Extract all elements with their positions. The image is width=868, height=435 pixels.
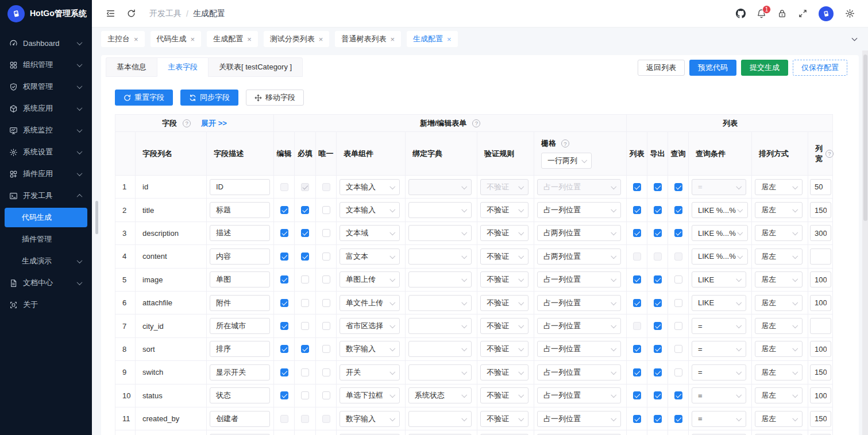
submit-generate-button[interactable]: 提交生成: [741, 60, 788, 76]
validate-select[interactable]: 不验证: [480, 364, 528, 380]
query-cond-select[interactable]: =: [692, 387, 746, 403]
align-select[interactable]: 居左: [755, 295, 803, 311]
dict-select[interactable]: [408, 295, 472, 311]
export-checkbox[interactable]: [654, 206, 662, 214]
grid-select[interactable]: 占一列位置: [537, 271, 621, 288]
field-desc-input[interactable]: [210, 202, 270, 218]
width-input[interactable]: [810, 179, 831, 195]
edit-checkbox[interactable]: [280, 253, 288, 261]
dict-select[interactable]: [408, 225, 472, 241]
edit-checkbox[interactable]: [280, 368, 288, 376]
export-checkbox[interactable]: [654, 275, 662, 283]
edit-checkbox[interactable]: [280, 206, 288, 214]
edit-checkbox[interactable]: [280, 391, 288, 399]
validate-select[interactable]: 不验证: [480, 411, 528, 427]
reset-fields-button[interactable]: 重置字段: [115, 90, 173, 106]
query-checkbox[interactable]: [674, 391, 682, 399]
sidebar-item-org[interactable]: 组织管理: [0, 54, 92, 76]
edit-checkbox[interactable]: [280, 275, 288, 283]
required-checkbox[interactable]: [301, 391, 309, 399]
tab-relation-table[interactable]: 关联表[ testCategory ]: [208, 57, 303, 77]
sidebar-item-dev-tools[interactable]: 开发工具: [0, 185, 92, 207]
list-checkbox[interactable]: [633, 299, 641, 307]
close-icon[interactable]: ×: [319, 35, 323, 44]
lock-icon[interactable]: [777, 9, 787, 19]
dict-select[interactable]: [408, 202, 472, 218]
width-input[interactable]: [810, 364, 831, 380]
page-scrollbar-thumb[interactable]: [863, 55, 867, 221]
notification-bell-icon[interactable]: 1: [756, 9, 766, 19]
page-tab-4[interactable]: 普通树表列表×: [335, 31, 401, 47]
breadcrumb-section[interactable]: 开发工具: [149, 9, 182, 19]
close-icon[interactable]: ×: [390, 35, 395, 44]
query-checkbox[interactable]: [674, 299, 682, 307]
page-tab-3[interactable]: 测试分类列表×: [264, 31, 330, 47]
close-icon[interactable]: ×: [447, 35, 452, 44]
required-checkbox[interactable]: [301, 206, 309, 214]
field-desc-input[interactable]: [210, 248, 270, 265]
tab-main-fields[interactable]: 主表字段: [157, 57, 208, 77]
validate-select[interactable]: 不验证: [480, 202, 528, 218]
align-select[interactable]: 居左: [755, 364, 803, 380]
page-tab-0[interactable]: 主控台×: [101, 31, 145, 47]
field-desc-input[interactable]: [210, 411, 270, 427]
required-checkbox[interactable]: [301, 229, 309, 237]
edit-checkbox[interactable]: [280, 229, 288, 237]
preview-code-button[interactable]: 预览代码: [689, 60, 736, 76]
sidebar-item-doc-center[interactable]: 文档中心: [0, 272, 92, 294]
required-checkbox[interactable]: [301, 322, 309, 330]
export-checkbox[interactable]: [654, 345, 662, 353]
component-select[interactable]: 开关: [340, 364, 400, 380]
required-checkbox[interactable]: [301, 299, 309, 307]
unique-checkbox[interactable]: [322, 275, 330, 283]
component-select[interactable]: 单图上传: [340, 271, 400, 288]
unique-checkbox[interactable]: [322, 368, 330, 376]
sidebar-item-sys-setting[interactable]: 系统设置: [0, 141, 92, 163]
dict-select[interactable]: [408, 248, 472, 265]
query-cond-select[interactable]: LIKE: [692, 271, 746, 288]
field-desc-input[interactable]: [210, 387, 270, 403]
query-cond-select[interactable]: =: [692, 341, 746, 357]
list-checkbox[interactable]: [633, 275, 641, 283]
sidebar-item-plugin-app[interactable]: 插件应用: [0, 163, 92, 185]
grid-select[interactable]: 占一列位置: [537, 318, 621, 334]
page-tab-2[interactable]: 生成配置×: [207, 31, 258, 47]
width-input[interactable]: [810, 202, 831, 218]
field-desc-input[interactable]: [210, 179, 270, 195]
unique-checkbox[interactable]: [322, 299, 330, 307]
export-checkbox[interactable]: [654, 415, 662, 423]
align-select[interactable]: 居左: [755, 225, 803, 241]
sidebar-item-sys-app[interactable]: 系统应用: [0, 98, 92, 119]
list-checkbox[interactable]: [633, 368, 641, 376]
sidebar-item-dashboard[interactable]: Dashboard: [0, 32, 92, 54]
width-input[interactable]: [810, 318, 831, 334]
list-checkbox[interactable]: [633, 229, 641, 237]
edit-checkbox[interactable]: [280, 345, 288, 353]
validate-select[interactable]: 不验证: [480, 295, 528, 311]
grid-select[interactable]: 占一列位置: [537, 341, 621, 357]
align-select[interactable]: 居左: [755, 318, 803, 334]
width-input[interactable]: [810, 225, 831, 241]
unique-checkbox[interactable]: [322, 322, 330, 330]
width-input[interactable]: [810, 295, 831, 311]
query-checkbox[interactable]: [674, 206, 682, 214]
close-icon[interactable]: ×: [134, 35, 138, 44]
grid-select[interactable]: 占一列位置: [537, 411, 621, 427]
validate-select[interactable]: 不验证: [480, 387, 528, 403]
unique-checkbox[interactable]: [322, 206, 330, 214]
query-cond-select[interactable]: LIKE: [692, 295, 746, 311]
query-cond-select[interactable]: LIKE %...%: [692, 248, 748, 265]
reload-icon[interactable]: [126, 9, 136, 19]
github-icon[interactable]: [735, 9, 746, 19]
export-checkbox[interactable]: [654, 322, 662, 330]
query-checkbox[interactable]: [674, 183, 682, 191]
settings-gear-icon[interactable]: [844, 9, 855, 19]
required-checkbox[interactable]: [301, 368, 309, 376]
validate-select[interactable]: 不验证: [480, 271, 528, 288]
align-select[interactable]: 居左: [755, 341, 803, 357]
width-input[interactable]: [810, 248, 831, 265]
width-input[interactable]: [810, 411, 831, 427]
component-select[interactable]: 单文件上传: [340, 295, 400, 311]
required-checkbox[interactable]: [301, 345, 309, 353]
page-tab-5[interactable]: 生成配置×: [407, 31, 458, 47]
